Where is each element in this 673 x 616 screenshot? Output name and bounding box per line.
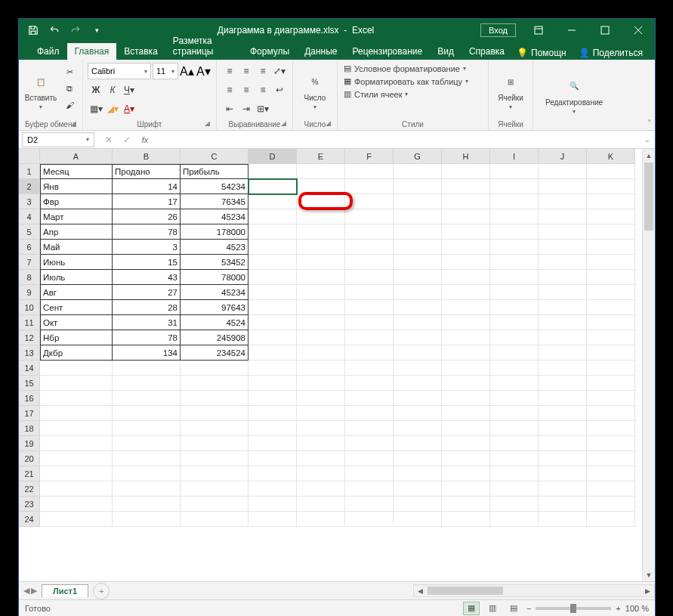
cell[interactable] <box>442 300 490 315</box>
cell[interactable] <box>40 406 113 421</box>
column-header[interactable]: I <box>490 149 539 164</box>
insert-function-icon[interactable]: fx <box>137 132 153 147</box>
conditional-formatting-button[interactable]: ▤Условное форматирование▾ <box>342 63 470 74</box>
column-header[interactable]: C <box>181 149 249 164</box>
cell[interactable] <box>249 315 297 330</box>
cell[interactable] <box>442 285 490 300</box>
cell[interactable] <box>181 451 249 466</box>
cell[interactable] <box>539 194 587 209</box>
cell[interactable] <box>442 451 490 466</box>
cell[interactable] <box>297 285 345 300</box>
scroll-thumb[interactable] <box>428 587 503 595</box>
cell[interactable]: Фвр <box>40 194 113 209</box>
font-size-combo[interactable]: 11▾ <box>153 63 178 79</box>
cell[interactable] <box>587 194 635 209</box>
cell[interactable] <box>442 224 490 240</box>
cell[interactable] <box>490 376 539 391</box>
row-header[interactable]: 7 <box>19 255 40 270</box>
cell[interactable] <box>249 330 297 345</box>
cell[interactable] <box>587 255 635 270</box>
redo-icon[interactable] <box>66 20 85 40</box>
column-header[interactable]: B <box>113 149 181 164</box>
tab-page-layout[interactable]: Разметка страницы <box>165 33 242 60</box>
cell[interactable] <box>297 164 345 179</box>
cell[interactable] <box>113 512 181 527</box>
row-header[interactable]: 17 <box>19 406 40 421</box>
cell[interactable] <box>490 194 539 209</box>
cell[interactable] <box>249 481 297 497</box>
cell[interactable] <box>249 406 297 421</box>
cell[interactable] <box>297 361 345 376</box>
align-right-icon[interactable]: ≡ <box>255 82 271 98</box>
sheet-nav-next-icon[interactable]: ▶ <box>31 586 37 596</box>
cell[interactable] <box>490 451 539 466</box>
tab-review[interactable]: Рецензирование <box>345 43 431 60</box>
cell[interactable] <box>249 194 297 209</box>
align-top-icon[interactable]: ≡ <box>221 63 238 79</box>
cell[interactable] <box>587 436 635 451</box>
cell[interactable] <box>113 497 181 512</box>
cell[interactable] <box>539 345 587 361</box>
cell[interactable] <box>297 179 345 194</box>
maximize-icon[interactable] <box>588 19 622 42</box>
cell[interactable]: 234524 <box>181 345 249 361</box>
cell[interactable] <box>490 164 539 179</box>
cell[interactable]: 78 <box>113 224 181 240</box>
cell[interactable] <box>490 345 539 361</box>
cell[interactable] <box>539 240 587 255</box>
cell[interactable]: Продано <box>113 164 181 179</box>
cell[interactable] <box>249 285 297 300</box>
cell[interactable] <box>539 466 587 481</box>
cell[interactable]: Май <box>40 240 113 255</box>
column-header[interactable]: D <box>249 149 297 164</box>
row-header[interactable]: 10 <box>19 300 40 315</box>
cell[interactable] <box>394 376 442 391</box>
cell[interactable] <box>394 300 442 315</box>
cell[interactable] <box>442 376 490 391</box>
cell[interactable] <box>345 315 394 330</box>
cell[interactable] <box>539 512 587 527</box>
tab-file[interactable]: Файл <box>29 43 67 60</box>
cell[interactable] <box>297 209 345 224</box>
cell[interactable]: 45234 <box>181 285 249 300</box>
vertical-scrollbar[interactable]: ▲ ▼ <box>642 149 655 581</box>
row-header[interactable]: 23 <box>19 497 40 512</box>
cell[interactable] <box>297 255 345 270</box>
cell[interactable] <box>345 436 394 451</box>
cell[interactable] <box>297 451 345 466</box>
row-header[interactable]: 21 <box>19 466 40 481</box>
cell[interactable] <box>345 512 394 527</box>
tab-data[interactable]: Данные <box>297 43 344 60</box>
cell[interactable] <box>113 436 181 451</box>
dialog-launcher-icon[interactable]: ◢ <box>279 119 288 128</box>
scroll-down-icon[interactable]: ▼ <box>643 568 655 581</box>
row-header[interactable]: 9 <box>19 285 40 300</box>
format-as-table-button[interactable]: ▦Форматировать как таблицу▾ <box>342 76 470 87</box>
cell[interactable]: Авг <box>40 285 113 300</box>
zoom-level[interactable]: 100 % <box>625 604 649 613</box>
cell[interactable]: Март <box>40 209 113 224</box>
cell[interactable] <box>40 497 113 512</box>
cell[interactable] <box>181 481 249 497</box>
cell[interactable] <box>40 421 113 436</box>
cell[interactable]: Дкбр <box>40 345 113 361</box>
cell[interactable]: Апр <box>40 224 113 240</box>
zoom-in-icon[interactable]: + <box>616 604 620 613</box>
cell[interactable]: Нбр <box>40 330 113 345</box>
ribbon-display-icon[interactable] <box>522 19 555 42</box>
cell[interactable] <box>345 164 394 179</box>
cell[interactable]: 14 <box>113 179 181 194</box>
cell[interactable]: 54234 <box>181 179 249 194</box>
border-icon[interactable]: ▦▾ <box>88 101 104 117</box>
cell[interactable] <box>345 285 394 300</box>
cell[interactable] <box>40 391 113 406</box>
cell[interactable] <box>394 481 442 497</box>
cell[interactable] <box>345 421 394 436</box>
shrink-font-icon[interactable]: A▾ <box>196 64 211 79</box>
page-layout-view-icon[interactable]: ▥ <box>484 602 501 615</box>
cell[interactable] <box>442 361 490 376</box>
font-name-combo[interactable]: Calibri▾ <box>88 63 151 79</box>
cell[interactable] <box>249 466 297 481</box>
cell[interactable] <box>539 330 587 345</box>
decrease-indent-icon[interactable]: ⇤ <box>221 101 238 117</box>
